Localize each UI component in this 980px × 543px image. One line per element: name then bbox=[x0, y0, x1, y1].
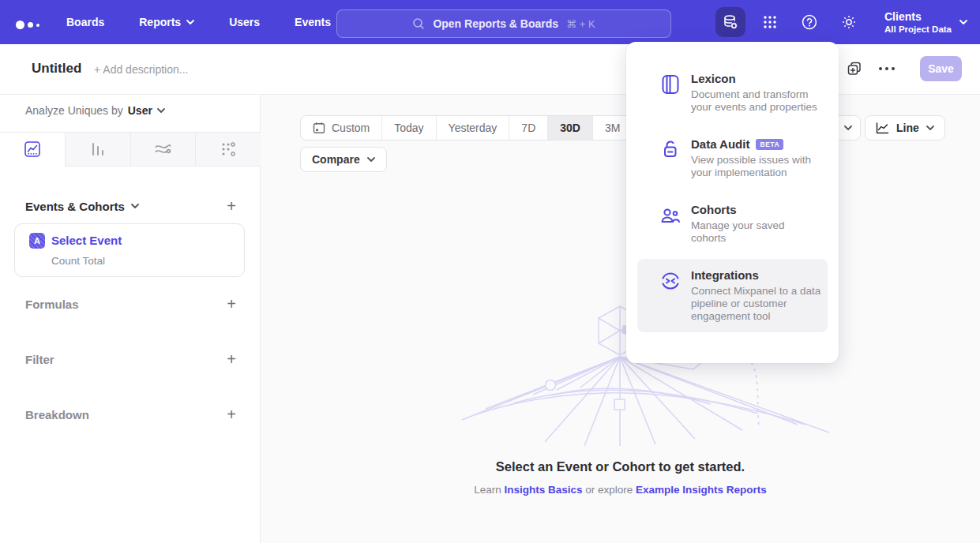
breakdown-section: Breakdown + bbox=[25, 406, 236, 422]
add-breakdown-button[interactable]: + bbox=[227, 406, 236, 422]
analyze-row: Analyze Uniques by User bbox=[25, 104, 165, 117]
range-label: 7D bbox=[521, 122, 535, 134]
mixpanel-logo bbox=[16, 17, 44, 28]
filter-label: Filter bbox=[25, 353, 54, 366]
calendar-icon bbox=[313, 122, 325, 134]
insights-basics-link[interactable]: Insights Basics bbox=[504, 484, 582, 496]
more-options-button[interactable] bbox=[878, 66, 896, 71]
range-today[interactable]: Today bbox=[382, 116, 436, 140]
search-icon bbox=[412, 17, 425, 30]
analyze-label: Analyze Uniques by bbox=[25, 104, 123, 117]
integrations-sync-icon bbox=[659, 268, 681, 323]
tab-insights-line[interactable] bbox=[0, 133, 65, 167]
compare-label: Compare bbox=[312, 153, 360, 166]
nav-item-events[interactable]: Events bbox=[295, 16, 331, 28]
range-yesterday[interactable]: Yesterday bbox=[437, 116, 510, 140]
help-button[interactable] bbox=[794, 7, 824, 37]
save-button[interactable]: Save bbox=[920, 56, 962, 81]
example-reports-link[interactable]: Example Insights Reports bbox=[636, 484, 767, 496]
nav-item-boards[interactable]: Boards bbox=[66, 16, 104, 28]
chevron-down-icon bbox=[186, 20, 194, 24]
nav-item-reports[interactable]: Reports bbox=[139, 16, 194, 28]
data-management-button[interactable] bbox=[715, 7, 745, 37]
copy-plus-icon bbox=[847, 62, 863, 77]
filter-section: Filter + bbox=[25, 351, 236, 367]
add-filter-button[interactable]: + bbox=[227, 351, 236, 367]
account-name: Clients bbox=[884, 10, 952, 24]
analyze-by-dropdown[interactable]: User bbox=[128, 104, 165, 117]
flow-icon bbox=[154, 141, 171, 157]
menu-item-lexicon[interactable]: Lexicon Document and transform your even… bbox=[637, 62, 828, 123]
select-event-button[interactable]: Select Event bbox=[51, 234, 122, 247]
line-chart-icon bbox=[24, 141, 40, 157]
project-switcher[interactable]: Clients All Project Data bbox=[884, 10, 967, 35]
duplicate-report-button[interactable] bbox=[847, 62, 863, 77]
events-cohorts-toggle[interactable]: Events & Cohorts bbox=[25, 200, 139, 213]
nav-item-users[interactable]: Users bbox=[229, 16, 260, 28]
line-chart-icon bbox=[876, 122, 889, 134]
chevron-down-icon bbox=[959, 20, 967, 24]
range-7d[interactable]: 7D bbox=[509, 116, 548, 140]
menu-item-data-audit[interactable]: Data Audit BETA View possible issues wit… bbox=[637, 128, 828, 189]
nav-item-label: Reports bbox=[139, 16, 181, 28]
event-letter-badge: A bbox=[29, 233, 45, 249]
menu-item-integrations[interactable]: Integrations Connect Mixpanel to a data … bbox=[637, 259, 828, 332]
chart-type-label: Line bbox=[896, 122, 919, 134]
beta-badge: BETA bbox=[756, 139, 783, 150]
or-explore-text: or explore bbox=[585, 484, 633, 496]
bar-chart-icon bbox=[90, 141, 106, 157]
events-cohorts-label: Events & Cohorts bbox=[25, 200, 125, 213]
tab-metrics[interactable] bbox=[195, 133, 261, 167]
menu-item-description: Document and transform your events and p… bbox=[691, 88, 821, 114]
compare-dropdown[interactable]: Compare bbox=[300, 147, 387, 172]
report-description-field[interactable]: + Add description... bbox=[94, 63, 188, 76]
range-custom[interactable]: Custom bbox=[301, 116, 382, 140]
range-label: Today bbox=[394, 122, 423, 134]
ellipsis-icon bbox=[878, 66, 896, 71]
chart-type-dropdown[interactable]: Line bbox=[865, 115, 945, 140]
range-label: 30D bbox=[560, 122, 580, 134]
add-event-button[interactable]: + bbox=[227, 198, 236, 214]
chevron-down-icon bbox=[844, 125, 852, 130]
nav-items: Boards Reports Users Events bbox=[66, 0, 331, 44]
menu-item-description: Connect Mixpanel to a data pipeline or c… bbox=[691, 285, 821, 323]
empty-state-subtitle: Learn Insights Basics or explore Example… bbox=[261, 484, 980, 496]
add-formula-button[interactable]: + bbox=[227, 296, 236, 312]
nav-right: Clients All Project Data bbox=[715, 0, 967, 44]
help-icon bbox=[801, 13, 818, 31]
database-gear-icon bbox=[722, 13, 739, 31]
dots-grid-icon bbox=[220, 141, 236, 157]
search-shortcut: ⌘ + K bbox=[566, 18, 595, 30]
event-card[interactable]: A Select Event Count Total bbox=[14, 223, 245, 277]
menu-item-cohorts[interactable]: Cohorts Manage your saved cohorts bbox=[637, 193, 828, 254]
tab-flow[interactable] bbox=[130, 133, 196, 167]
menu-item-title: Lexicon bbox=[691, 72, 736, 86]
chevron-down-icon bbox=[131, 204, 139, 208]
date-range-control: Custom Today Yesterday 7D 30D 3M 6M bbox=[300, 115, 673, 140]
formulas-label: Formulas bbox=[25, 298, 79, 311]
event-aggregation[interactable]: Count Total bbox=[51, 255, 105, 267]
lexicon-book-icon bbox=[659, 72, 681, 114]
range-label: Custom bbox=[332, 122, 370, 134]
global-search[interactable]: Open Reports & Boards ⌘ + K bbox=[336, 9, 671, 38]
search-placeholder: Open Reports & Boards bbox=[433, 17, 558, 30]
data-management-menu: Lexicon Document and transform your even… bbox=[626, 42, 839, 363]
nav-item-label: Events bbox=[295, 16, 331, 28]
project-name: All Project Data bbox=[884, 24, 952, 35]
settings-button[interactable] bbox=[834, 7, 864, 37]
menu-item-description: Manage your saved cohorts bbox=[691, 219, 821, 245]
query-sidebar: Analyze Uniques by User bbox=[0, 95, 261, 543]
empty-state-title: Select an Event or Cohort to get started… bbox=[261, 459, 980, 474]
menu-item-description: View possible issues with your implement… bbox=[691, 154, 821, 179]
apps-button[interactable] bbox=[755, 7, 785, 37]
tab-bar-chart[interactable] bbox=[65, 133, 130, 167]
events-cohorts-header: Events & Cohorts + bbox=[25, 198, 236, 214]
report-title[interactable]: Untitled bbox=[32, 61, 81, 77]
chart-area: Custom Today Yesterday 7D 30D 3M 6M Comp… bbox=[261, 95, 980, 543]
range-label: 3M bbox=[605, 122, 620, 134]
gear-icon bbox=[840, 13, 858, 31]
range-label: Yesterday bbox=[449, 122, 498, 134]
learn-prefix: Learn bbox=[474, 484, 501, 496]
analyze-value: User bbox=[128, 104, 152, 117]
range-30d-selected[interactable]: 30D bbox=[548, 116, 593, 140]
